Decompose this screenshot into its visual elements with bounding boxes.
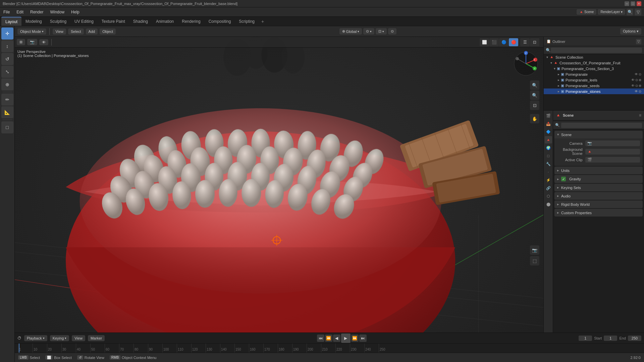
- filter-btn[interactable]: ▽: [635, 9, 641, 15]
- audio-section-header[interactable]: ▸ Audio: [554, 192, 643, 200]
- tab-modeling[interactable]: Modeling: [21, 17, 46, 26]
- prev-frame-btn[interactable]: ⏪: [325, 335, 332, 342]
- play-reverse-btn[interactable]: ◀: [333, 335, 340, 342]
- view-menu[interactable]: View: [53, 28, 66, 35]
- prop-tab-physics[interactable]: ⚡: [545, 176, 552, 184]
- tab-rendering[interactable]: Rendering: [178, 17, 204, 26]
- xray-toggle[interactable]: ⊡: [530, 38, 539, 46]
- gravity-section-header[interactable]: ▸ ✓ Gravity: [554, 175, 643, 183]
- stones-vis-icon[interactable]: 👁: [635, 89, 638, 93]
- tab-shading[interactable]: Shading: [129, 17, 152, 26]
- tab-uv-editing[interactable]: UV Editing: [70, 17, 98, 26]
- transform-orientation[interactable]: ⊕Global▾: [339, 28, 362, 35]
- select-menu[interactable]: Select: [68, 28, 84, 35]
- tool-rotate[interactable]: ↺: [1, 53, 13, 65]
- camera-value[interactable]: 📷: [585, 140, 640, 146]
- menu-render[interactable]: Render: [27, 7, 47, 16]
- outliner-item-cross-section-3[interactable]: ▾ ▣ Pomegranate_Cross_Section_3: [544, 66, 644, 71]
- viewport-perspective-btn[interactable]: ⊞: [17, 39, 25, 45]
- menu-window[interactable]: Window: [47, 7, 68, 16]
- render-layer-btn[interactable]: RenderLayer ▾: [598, 9, 625, 15]
- prop-tab-data[interactable]: ⬡: [545, 192, 552, 200]
- active-clip-value[interactable]: 🎬: [585, 157, 640, 163]
- tool-move[interactable]: ↕: [1, 40, 13, 52]
- leels-vis-icon[interactable]: 👁: [631, 78, 635, 82]
- proportional-editing[interactable]: ⊙: [388, 28, 396, 35]
- playback-menu[interactable]: Playback ▾: [24, 335, 47, 341]
- wireframe-shading[interactable]: ⬜: [480, 38, 489, 46]
- next-frame-btn[interactable]: ⏩: [351, 335, 359, 342]
- timeline-track[interactable]: 1 10 20 30 40 50 60 70 80 90 100 110 120…: [15, 343, 644, 353]
- outliner-item-pomegranate[interactable]: ▸ ▣ Pomegranate 👁 ⊙: [544, 71, 644, 77]
- timeline-cursor[interactable]: [19, 344, 19, 353]
- marker-menu[interactable]: Marker: [88, 335, 105, 341]
- outliner-item-seeds[interactable]: ▸ ▣ Pomegranate_seeds 👁 ⊙ ⊕: [544, 83, 644, 88]
- tab-scripting[interactable]: Scripting: [235, 17, 259, 26]
- viewport-3d[interactable]: ⊞ 📷 👁 ⬜ ⬛ 🔵 🔴: [15, 37, 543, 333]
- rigid-body-section-header[interactable]: ▸ Rigid Body World: [554, 200, 643, 208]
- prop-tab-modifier[interactable]: 🔧: [545, 160, 552, 168]
- scene-section-header[interactable]: ▾ Scene: [554, 131, 643, 138]
- close-button[interactable]: ✕: [637, 1, 641, 6]
- tool-measure[interactable]: 📐: [1, 106, 13, 118]
- tab-sculpting[interactable]: Sculpting: [46, 17, 70, 26]
- jump-end-btn[interactable]: ⏭: [359, 335, 367, 342]
- add-workspace-button[interactable]: +: [259, 17, 267, 25]
- viewport-camera-btn[interactable]: 📷: [27, 39, 37, 45]
- search-btn[interactable]: 🔍: [627, 9, 633, 15]
- prop-tab-particles[interactable]: ·: [545, 168, 552, 176]
- object-mode-selector[interactable]: Object Mode▾: [17, 28, 46, 35]
- custom-props-header[interactable]: ▸ Custom Properties: [554, 209, 643, 217]
- leels-sel-icon[interactable]: ⊙: [635, 78, 638, 82]
- navigation-gizmo[interactable]: X Z Y: [513, 50, 539, 77]
- prop-tab-constraints[interactable]: 🔗: [545, 184, 552, 192]
- pomegranate-vis-icon[interactable]: 👁: [635, 72, 638, 76]
- prop-tab-view-layer[interactable]: 🔷: [545, 128, 552, 135]
- tab-texture-paint[interactable]: Texture Paint: [98, 17, 129, 26]
- menu-edit[interactable]: Edit: [13, 7, 27, 16]
- prop-tab-material[interactable]: ⬤: [545, 200, 552, 208]
- end-frame-input[interactable]: [628, 336, 641, 341]
- snapping[interactable]: ⊡▾: [376, 28, 387, 35]
- zoom-in-button[interactable]: 🔍: [530, 80, 539, 90]
- units-section-header[interactable]: ▸ Units: [554, 167, 643, 174]
- minimize-button[interactable]: ─: [625, 1, 629, 6]
- menu-file[interactable]: File: [0, 7, 13, 16]
- prop-tab-render[interactable]: 🎬: [545, 112, 552, 119]
- pomegranate-sel-icon[interactable]: ⊙: [639, 72, 641, 76]
- engine-selector[interactable]: 🔺Scene: [577, 9, 596, 15]
- prop-tab-world[interactable]: 🌍: [545, 144, 552, 152]
- tool-annotate[interactable]: ✏: [1, 94, 13, 106]
- prop-search-input[interactable]: [561, 123, 642, 128]
- outliner-filter-btn[interactable]: ▽: [636, 39, 641, 44]
- camera-view-btn[interactable]: 📷: [530, 245, 539, 255]
- render-region-btn[interactable]: ⬚: [530, 256, 539, 265]
- tab-compositing[interactable]: Compositing: [205, 17, 235, 26]
- play-btn[interactable]: ▶: [341, 334, 351, 343]
- outliner-item-stones[interactable]: ▸ ▣ Pomegranate_stones 👁 ⊙: [544, 88, 644, 94]
- prop-tab-output[interactable]: 📤: [545, 120, 552, 127]
- outliner-item-crosssection[interactable]: ▾ 🔺 Crosssection_Of_Pomegranate_Fruit: [544, 60, 644, 66]
- view-menu-timeline[interactable]: View: [72, 335, 85, 341]
- prop-header-options[interactable]: ≡: [639, 113, 641, 118]
- tab-animation[interactable]: Animation: [152, 17, 178, 26]
- pan-button[interactable]: ✋: [530, 114, 539, 123]
- gravity-checkbox[interactable]: ✓: [561, 177, 566, 181]
- tool-cursor[interactable]: ✛: [1, 27, 13, 40]
- jump-start-btn[interactable]: ⏮: [317, 335, 324, 342]
- tool-add-cube[interactable]: □: [1, 121, 13, 133]
- outliner-item-scene-collection[interactable]: ▾ 🔺 Scene Collection: [544, 54, 644, 60]
- options-menu[interactable]: Options ▾: [620, 28, 641, 35]
- tool-transform[interactable]: ⊕: [1, 78, 13, 90]
- overlay-toggle[interactable]: ☰: [520, 38, 530, 46]
- maximize-button[interactable]: □: [631, 1, 635, 6]
- outliner-item-leels[interactable]: ▸ ▣ Pomegranate_leels 👁 ⊙ ⊕: [544, 77, 644, 83]
- zoom-fit-button[interactable]: ⊡: [530, 101, 539, 110]
- menu-help[interactable]: Help: [68, 7, 83, 16]
- stones-sel-icon[interactable]: ⊙: [639, 89, 641, 93]
- keying-sets-section-header[interactable]: ▸ Keying Sets: [554, 184, 643, 191]
- viewport-view-btn[interactable]: 👁: [39, 39, 48, 45]
- seeds-sel-icon[interactable]: ⊙: [635, 84, 638, 87]
- tab-layout[interactable]: Layout: [1, 17, 21, 26]
- start-frame-input[interactable]: [604, 336, 617, 341]
